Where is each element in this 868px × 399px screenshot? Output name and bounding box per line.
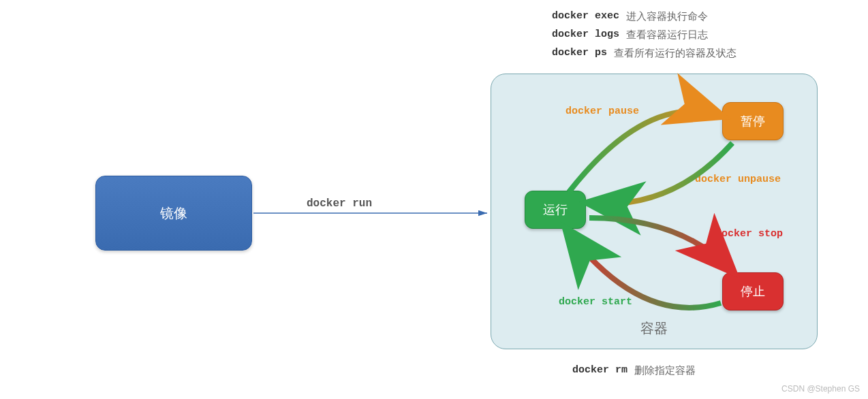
running-state: 运行: [525, 191, 586, 229]
stopped-state: 停止: [722, 272, 784, 310]
cmd-desc: 进入容器执行命令: [626, 7, 708, 25]
image-node: 镜像: [95, 176, 252, 251]
cmd-row: docker exec 进入容器执行命令: [552, 7, 737, 25]
state-label: 停止: [741, 283, 765, 300]
stop-label: docker stop: [715, 228, 783, 240]
paused-state: 暂停: [722, 102, 784, 140]
state-label: 运行: [543, 202, 568, 218]
cmd-text: docker exec: [552, 7, 619, 25]
cmd-desc: 查看所有运行的容器及状态: [614, 44, 737, 62]
cmd-desc: 删除指定容器: [634, 364, 696, 377]
pause-label: docker pause: [565, 106, 639, 117]
commands-list: docker exec 进入容器执行命令 docker logs 查看容器运行日…: [552, 7, 737, 62]
cmd-row: docker ps 查看所有运行的容器及状态: [552, 44, 737, 62]
image-label: 镜像: [160, 204, 187, 223]
cmd-text: docker logs: [552, 25, 619, 44]
cmd-text: docker ps: [552, 44, 607, 62]
rm-command: docker rm 删除指定容器: [572, 364, 696, 377]
start-label: docker start: [559, 296, 632, 308]
run-command-label: docker run: [307, 197, 372, 210]
state-label: 暂停: [741, 113, 765, 129]
cmd-text: docker rm: [572, 364, 627, 377]
unpause-label: docker unpause: [695, 174, 781, 185]
container-title: 容器: [491, 319, 817, 338]
watermark: CSDN @Stephen GS: [781, 384, 860, 394]
cmd-row: docker logs 查看容器运行日志: [552, 25, 737, 44]
cmd-desc: 查看容器运行日志: [626, 25, 708, 44]
